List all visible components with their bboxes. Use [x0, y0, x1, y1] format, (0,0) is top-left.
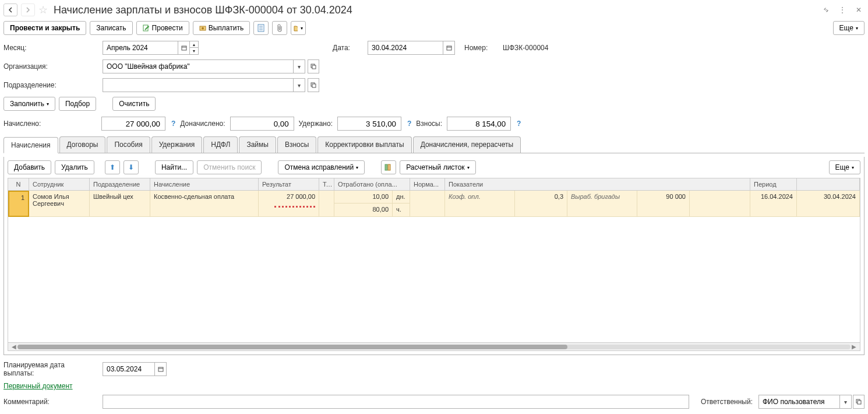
cell-result[interactable]: 27 000,00: [259, 191, 319, 217]
calendar-icon[interactable]: [178, 41, 190, 55]
more-button[interactable]: Еще ▾: [833, 21, 865, 35]
find-button[interactable]: Найти...: [155, 160, 193, 174]
org-field[interactable]: [103, 59, 294, 73]
close-icon[interactable]: ✕: [853, 4, 865, 16]
cell-indicators[interactable]: Коэф. опл. 0,3 Выраб. бригады 90 000: [445, 191, 750, 217]
cell-accrual[interactable]: Косвенно-сдельная оплата: [150, 191, 259, 217]
cell-period-to[interactable]: 30.04.2024: [797, 191, 860, 217]
pay-button[interactable]: Выплатить: [193, 21, 250, 35]
stepper-up-icon[interactable]: ▲: [190, 41, 198, 48]
cancel-search-button[interactable]: Отменить поиск: [197, 160, 262, 174]
cell-norm[interactable]: [410, 191, 445, 217]
horizontal-scrollbar[interactable]: ◀ ▶: [8, 342, 860, 350]
move-down-button[interactable]: ⬇: [124, 160, 139, 174]
tab-deductions[interactable]: Удержания: [151, 136, 203, 153]
ind2-value: 90 000: [637, 191, 690, 216]
dropdown-icon[interactable]: ▾: [294, 59, 305, 73]
find-label: Найти...: [161, 163, 187, 171]
col-result[interactable]: Результат: [259, 178, 319, 190]
dropdown-icon[interactable]: ▾: [840, 395, 852, 409]
col-indicators[interactable]: Показатели: [445, 178, 750, 190]
month-stepper[interactable]: ▲ ▼: [190, 41, 199, 55]
stepper-down-icon[interactable]: ▼: [190, 48, 198, 54]
date-field[interactable]: [368, 41, 443, 55]
tab-pay-corrections[interactable]: Корректировки выплаты: [317, 136, 411, 153]
scroll-left-icon[interactable]: ◀: [10, 343, 17, 350]
tab-accruals[interactable]: Начисления: [3, 137, 58, 153]
dept-field[interactable]: [103, 78, 294, 92]
post-button[interactable]: Провести: [136, 21, 189, 35]
post-and-close-button[interactable]: Провести и закрыть: [3, 21, 86, 35]
open-reference-icon[interactable]: [308, 78, 319, 92]
help-icon[interactable]: ?: [517, 120, 521, 128]
col-n[interactable]: N: [8, 178, 29, 190]
tab-contrib[interactable]: Взносы: [277, 136, 316, 153]
cell-t[interactable]: [319, 191, 334, 217]
clear-button[interactable]: Очистить: [112, 97, 156, 111]
responsible-field[interactable]: [758, 395, 840, 409]
scroll-thumb[interactable]: [17, 345, 567, 349]
fill-button[interactable]: Заполнить ▾: [3, 97, 55, 111]
col-worked[interactable]: Отработано (опла...: [334, 178, 410, 190]
tab-contracts[interactable]: Договоры: [59, 136, 106, 153]
scroll-track[interactable]: [17, 345, 851, 349]
tab-recalc[interactable]: Доначисления, перерасчеты: [413, 136, 521, 153]
cancel-corr-label: Отмена исправлений: [284, 163, 354, 171]
cell-worked[interactable]: 10,00 дн. 80,00 ч.: [334, 191, 410, 217]
scroll-right-icon[interactable]: ▶: [851, 343, 858, 350]
table-row[interactable]: 1 Сомов Илья Сергеевич Швейный цех Косве…: [8, 191, 860, 217]
result-value: 27 000,00: [262, 193, 315, 200]
pay-label: Выплатить: [209, 24, 244, 32]
contrib-value[interactable]: [447, 117, 511, 131]
col-period[interactable]: Период: [750, 178, 797, 190]
post-and-close-label: Провести и закрыть: [10, 24, 80, 32]
open-reference-icon[interactable]: [853, 395, 865, 409]
col-accrual[interactable]: Начисление: [150, 178, 259, 190]
attachment-button[interactable]: [272, 21, 287, 35]
delete-label: Удалить: [61, 163, 88, 171]
arrow-up-icon: ⬆: [110, 163, 115, 171]
nav-back-button[interactable]: [3, 3, 17, 16]
month-field[interactable]: [103, 41, 178, 55]
col-period-to[interactable]: [797, 178, 860, 190]
cell-n[interactable]: 1: [8, 191, 29, 217]
help-icon[interactable]: ?: [407, 120, 411, 128]
tab-benefits[interactable]: Пособия: [107, 136, 150, 153]
plan-date-field[interactable]: [103, 362, 155, 376]
document-icon-button[interactable]: [253, 21, 269, 35]
calendar-icon[interactable]: [443, 41, 455, 55]
table-more-button[interactable]: Еще ▾: [829, 160, 860, 174]
link-icon[interactable]: [820, 4, 832, 16]
open-reference-icon[interactable]: [308, 59, 319, 73]
nav-forward-button[interactable]: [21, 3, 35, 16]
col-employee[interactable]: Сотрудник: [29, 178, 90, 190]
pick-button[interactable]: Подбор: [59, 97, 96, 111]
col-norm[interactable]: Норма...: [410, 178, 445, 190]
columns-settings-button[interactable]: [381, 160, 396, 174]
cell-dept[interactable]: Швейный цех: [90, 191, 150, 217]
col-dept[interactable]: Подразделение: [90, 178, 150, 190]
withheld-value[interactable]: [337, 117, 401, 131]
payslip-button[interactable]: Расчетный листок ▾: [400, 160, 475, 174]
delete-row-button[interactable]: Удалить: [55, 160, 94, 174]
cell-period-from[interactable]: 16.04.2024: [750, 191, 797, 217]
more-menu-icon[interactable]: ⋮: [837, 4, 848, 16]
accrued-value[interactable]: [101, 117, 165, 131]
comment-field[interactable]: [103, 395, 689, 409]
tab-loans[interactable]: Займы: [239, 136, 276, 153]
dropdown-icon[interactable]: ▾: [294, 78, 305, 92]
move-up-button[interactable]: ⬆: [105, 160, 120, 174]
number-value: ШФЗК-000004: [499, 42, 552, 54]
cancel-corrections-button[interactable]: Отмена исправлений ▾: [278, 160, 365, 174]
add-accrued-value[interactable]: [230, 117, 294, 131]
help-icon[interactable]: ?: [171, 120, 175, 128]
record-button[interactable]: Записать: [90, 21, 132, 35]
add-row-button[interactable]: Добавить: [8, 160, 51, 174]
calendar-icon[interactable]: [155, 362, 167, 376]
source-document-link[interactable]: Первичный документ: [3, 382, 73, 390]
open-folder-button[interactable]: ▾: [291, 21, 306, 35]
favorite-icon[interactable]: ☆: [38, 3, 48, 16]
cell-employee[interactable]: Сомов Илья Сергеевич: [29, 191, 90, 217]
tab-ndfl[interactable]: НДФЛ: [203, 136, 238, 153]
col-t[interactable]: Т...: [319, 178, 334, 190]
